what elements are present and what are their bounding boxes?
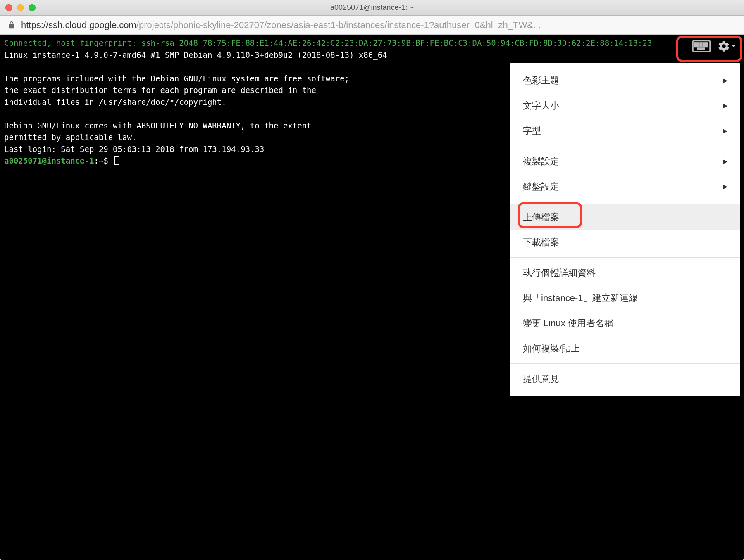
maximize-button[interactable]	[29, 4, 36, 11]
menu-divider	[510, 257, 740, 258]
menu-label: 色彩主題	[523, 74, 559, 87]
url-path: /projects/phonic-skyline-202707/zones/as…	[136, 20, 541, 30]
cursor	[114, 156, 119, 165]
linux-line: Linux instance-1 4.9.0-7-amd64 #1 SMP De…	[4, 50, 387, 59]
menu-item-change-username[interactable]: 變更 Linux 使用者名稱	[510, 311, 740, 336]
menu-item-copy-settings[interactable]: 複製設定 ▶	[510, 149, 740, 174]
svg-rect-10	[706, 45, 707, 47]
last-login-line: Last login: Sat Sep 29 05:03:13 2018 fro…	[4, 145, 264, 154]
chevron-right-icon: ▶	[723, 157, 727, 166]
menu-label: 下載檔案	[523, 235, 559, 249]
svg-rect-9	[703, 45, 705, 47]
menu-item-font[interactable]: 字型 ▶	[510, 118, 740, 143]
prompt-dollar: $	[103, 156, 108, 165]
url-bar[interactable]: https://ssh.cloud.google.com/projects/ph…	[0, 16, 744, 35]
minimize-button[interactable]	[17, 4, 24, 11]
url-text: https://ssh.cloud.google.com/projects/ph…	[21, 20, 541, 31]
prompt-colon: :	[94, 156, 98, 165]
menu-label: 執行個體詳細資料	[523, 266, 596, 280]
menu-divider	[510, 202, 740, 202]
settings-button[interactable]	[717, 40, 736, 53]
lock-icon	[7, 21, 16, 29]
menu-label: 上傳檔案	[523, 210, 559, 224]
menu-item-new-connection[interactable]: 與「instance-1」建立新連線	[510, 285, 740, 311]
menu-item-instance-details[interactable]: 執行個體詳細資料	[510, 260, 740, 285]
menu-divider	[510, 363, 740, 364]
traffic-lights	[5, 4, 36, 11]
chevron-right-icon: ▶	[723, 76, 727, 85]
menu-label: 變更 Linux 使用者名稱	[523, 316, 613, 330]
browser-window: a0025071@instance-1: ~ https://ssh.cloud…	[0, 0, 744, 560]
svg-rect-11	[698, 48, 705, 50]
menu-item-feedback[interactable]: 提供意見	[510, 366, 740, 392]
settings-menu: 色彩主題 ▶ 文字大小 ▶ 字型 ▶ 複製設定 ▶ 鍵盤設定 ▶ 上傳檔	[510, 63, 740, 396]
menu-label: 與「instance-1」建立新連線	[523, 291, 638, 305]
window-title: a0025071@instance-1: ~	[330, 3, 414, 12]
fingerprint-text: Connected, host fingerprint: ssh-rsa 204…	[4, 38, 652, 47]
menu-divider	[510, 146, 740, 146]
menu-item-text-size[interactable]: 文字大小 ▶	[510, 93, 740, 118]
close-button[interactable]	[5, 4, 12, 11]
svg-rect-4	[703, 43, 705, 45]
menu-label: 字型	[523, 124, 541, 138]
warranty-line-2: permitted by applicable law.	[4, 133, 136, 142]
chevron-right-icon: ▶	[723, 126, 727, 136]
motd-line-3: individual files in /usr/share/doc/*/cop…	[4, 97, 227, 107]
menu-item-download-file[interactable]: 下載檔案	[510, 230, 740, 255]
menu-item-color-theme[interactable]: 色彩主題 ▶	[510, 68, 740, 93]
svg-rect-1	[695, 43, 696, 45]
menu-label: 文字大小	[523, 99, 559, 112]
svg-rect-8	[700, 45, 702, 47]
warranty-line-1: Debian GNU/Linux comes with ABSOLUTELY N…	[4, 121, 312, 130]
terminal[interactable]: Connected, host fingerprint: ssh-rsa 204…	[0, 35, 744, 560]
menu-item-copy-paste-help[interactable]: 如何複製/貼上	[510, 336, 740, 361]
chevron-down-icon	[732, 45, 736, 47]
svg-rect-2	[698, 43, 699, 45]
menu-item-keyboard-settings[interactable]: 鍵盤設定 ▶	[510, 174, 740, 199]
menu-label: 如何複製/貼上	[523, 342, 580, 355]
chevron-right-icon: ▶	[723, 182, 727, 192]
motd-line-1: The programs included with the Debian GN…	[4, 74, 349, 83]
menu-label: 提供意見	[523, 372, 559, 386]
motd-line-2: the exact distribution terms for each pr…	[4, 85, 316, 95]
svg-rect-3	[700, 43, 702, 45]
keyboard-icon[interactable]	[692, 40, 711, 52]
prompt-user: a0025071@instance-1	[4, 156, 94, 165]
gear-icon	[717, 40, 730, 53]
titlebar: a0025071@instance-1: ~	[0, 0, 744, 16]
menu-label: 鍵盤設定	[523, 180, 559, 193]
svg-rect-5	[706, 43, 707, 45]
terminal-toolbar	[688, 37, 740, 55]
chevron-right-icon: ▶	[723, 101, 727, 111]
svg-rect-7	[698, 45, 699, 47]
prompt-path: ~	[99, 156, 103, 165]
svg-rect-6	[695, 45, 696, 47]
menu-item-upload-file[interactable]: 上傳檔案	[510, 204, 740, 230]
menu-label: 複製設定	[523, 154, 559, 168]
url-host: https://ssh.cloud.google.com	[21, 20, 136, 30]
